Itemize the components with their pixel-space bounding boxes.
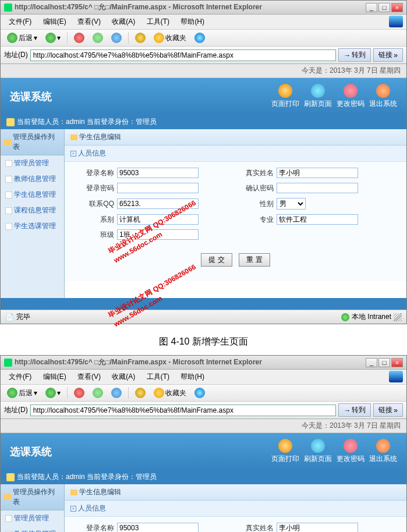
menu-tools[interactable]: 工具(T) <box>142 16 174 28</box>
major-input[interactable] <box>277 214 358 225</box>
menu-file[interactable]: 文件(F) <box>4 371 36 383</box>
back-button[interactable]: 后退 ▾ <box>4 31 40 44</box>
major-label: 专业 <box>236 215 277 225</box>
dept-input[interactable] <box>117 214 199 225</box>
sidebar-item-admin[interactable]: 管理员管理 <box>1 510 64 526</box>
menu-help[interactable]: 帮助(H) <box>176 371 209 383</box>
gender-label: 性别 <box>236 199 277 209</box>
close-button[interactable]: × <box>391 3 403 12</box>
reset-button[interactable]: 重 置 <box>239 253 270 267</box>
ie-logo-icon <box>389 16 403 27</box>
status-done-icon: 📄 <box>5 313 14 321</box>
minimize-button[interactable]: _ <box>366 3 377 12</box>
menu-edit[interactable]: 编辑(E) <box>38 371 71 383</box>
close-button[interactable]: × <box>391 358 403 367</box>
ie-icon <box>4 3 12 12</box>
class-input[interactable] <box>117 229 199 240</box>
panel-header: 学生信息编辑 <box>65 484 406 501</box>
minimize-button[interactable]: _ <box>366 358 377 367</box>
menu-view[interactable]: 查看(V) <box>73 16 105 28</box>
media-button[interactable] <box>192 31 208 44</box>
home-button[interactable] <box>108 386 125 399</box>
address-input[interactable] <box>30 405 337 416</box>
go-button[interactable]: → 转到 <box>338 403 371 417</box>
back-button[interactable]: 后退 ▾ <box>4 386 40 399</box>
home-button[interactable] <box>108 31 125 44</box>
login-name-label: 登录名称 <box>76 523 117 533</box>
menu-file[interactable]: 文件(F) <box>4 16 36 28</box>
window-title: http://localhost:4795/c^ □允□/MainFrame.a… <box>15 357 262 367</box>
refresh-button[interactable] <box>90 31 106 44</box>
real-name-label: 真实姓名 <box>236 168 277 178</box>
exit-icon <box>376 439 390 453</box>
sidebar-item-course[interactable]: 课程信息管理 <box>1 203 64 218</box>
date-bar: 今天是：2013年 3月 7日 星期四 <box>1 419 406 433</box>
status-text: 完毕 <box>16 312 30 322</box>
print-button[interactable]: 页面打印 <box>271 84 299 109</box>
refresh-button[interactable] <box>90 386 106 399</box>
confirm-pwd-input[interactable] <box>277 183 358 193</box>
menu-view[interactable]: 查看(V) <box>73 371 105 383</box>
menu-bar: 文件(F) 编辑(E) 查看(V) 收藏(A) 工具(T) 帮助(H) <box>1 15 406 30</box>
gender-select[interactable]: 男 <box>277 198 306 210</box>
menu-tools[interactable]: 工具(T) <box>142 371 174 383</box>
qq-input[interactable] <box>117 198 199 209</box>
change-password-button[interactable]: 更改密码 <box>337 439 364 464</box>
confirm-pwd-label: 确认密码 <box>236 183 277 193</box>
app-header: 选课系统 页面打印 刷新页面 更改密码 退出系统 <box>1 78 406 115</box>
address-input[interactable] <box>30 49 337 61</box>
media-icon <box>194 388 205 398</box>
user-icon <box>6 118 15 126</box>
main-panel: 学生信息编辑 +人员信息 登录名称 真实姓名 登录密码 确认密码 联系QQ 性别… <box>65 129 406 298</box>
menu-help[interactable]: 帮助(H) <box>176 16 209 28</box>
real-name-input[interactable] <box>277 168 358 178</box>
maximize-button[interactable]: □ <box>378 3 390 12</box>
section-header: +人员信息 <box>65 501 406 517</box>
forward-button[interactable]: ▾ <box>43 31 63 44</box>
favorites-button[interactable]: 收藏夹 <box>151 31 189 44</box>
folder-icon <box>4 494 11 500</box>
menu-favorites[interactable]: 收藏(A) <box>107 16 140 28</box>
forward-icon <box>45 33 56 43</box>
stop-button[interactable] <box>71 386 87 399</box>
sidebar-item-admin[interactable]: 管理员管理 <box>1 155 64 171</box>
form-body: 登录名称 真实姓名 登录密码 确认密码 联系QQ 性别男 系别 专业 班级 <box>65 162 406 281</box>
submit-button[interactable]: 提 交 <box>201 253 232 267</box>
refresh-page-button[interactable]: 刷新页面 <box>304 84 332 109</box>
logout-button[interactable]: 退出系统 <box>369 84 397 109</box>
stop-button[interactable] <box>71 31 87 44</box>
home-icon <box>111 388 122 398</box>
stop-icon <box>74 33 84 43</box>
forward-button[interactable]: ▾ <box>43 386 63 399</box>
logout-button[interactable]: 退出系统 <box>369 439 397 464</box>
refresh-page-button[interactable]: 刷新页面 <box>304 439 332 464</box>
favorites-button[interactable]: 收藏夹 <box>151 386 189 399</box>
login-name-input[interactable] <box>117 523 199 532</box>
media-button[interactable] <box>192 386 208 399</box>
resize-grip[interactable] <box>394 313 402 321</box>
real-name-input[interactable] <box>277 523 358 532</box>
links-button[interactable]: 链接 » <box>373 48 403 62</box>
change-password-button[interactable]: 更改密码 <box>337 84 364 109</box>
search-button[interactable] <box>132 386 148 399</box>
key-icon <box>344 439 358 453</box>
user-icon <box>6 473 15 481</box>
plus-icon: + <box>70 151 76 157</box>
login-pwd-label: 登录密码 <box>76 183 117 193</box>
sidebar-item-teacher[interactable]: 教师信息管理 <box>1 171 64 187</box>
go-button[interactable]: → 转到 <box>338 48 371 62</box>
menu-edit[interactable]: 编辑(E) <box>38 16 71 28</box>
sidebar-item-selection[interactable]: 学生选课管理 <box>1 218 64 234</box>
sidebar: 管理员操作列表 管理员管理 教师信息管理 学生信息管理 课程信息管理 学生选课管… <box>1 484 65 532</box>
sidebar-item-student[interactable]: 学生信息管理 <box>1 187 64 203</box>
sidebar-item-teacher[interactable]: 教师信息管理 <box>1 526 64 532</box>
links-button[interactable]: 链接 » <box>373 403 403 417</box>
maximize-button[interactable]: □ <box>378 358 390 367</box>
search-button[interactable] <box>132 31 148 44</box>
login-name-input[interactable] <box>117 168 199 178</box>
login-pwd-input[interactable] <box>117 183 199 193</box>
print-button[interactable]: 页面打印 <box>271 439 299 464</box>
menu-favorites[interactable]: 收藏(A) <box>107 371 140 383</box>
zone-icon <box>341 313 349 321</box>
zone-text: 本地 Intranet <box>352 312 391 322</box>
